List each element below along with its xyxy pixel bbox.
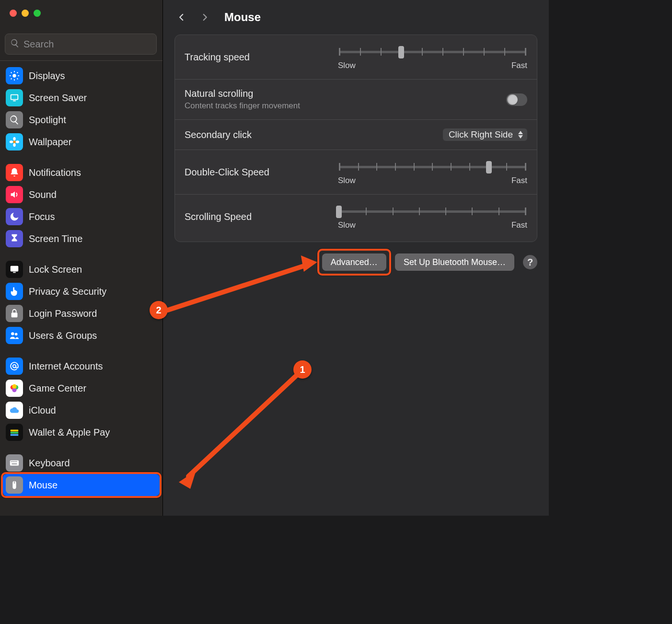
natural-scrolling-label: Natural scrolling	[185, 88, 497, 99]
sidebar-item-label: Game Center	[29, 383, 86, 394]
secondary-click-dropdown[interactable]: Click Right Side	[443, 128, 527, 141]
screensaver-icon	[6, 89, 23, 106]
svg-rect-11	[13, 101, 16, 102]
sidebar-item-users-groups[interactable]: Users & Groups	[3, 324, 160, 347]
svg-point-12	[13, 140, 16, 143]
row-double-click-speed: Double-Click Speed Slow Fast	[175, 150, 537, 195]
svg-rect-36	[12, 463, 17, 464]
svg-point-14	[13, 143, 16, 147]
updown-icon	[517, 129, 524, 140]
page-title: Mouse	[224, 11, 261, 24]
sidebar-item-screen-time[interactable]: Screen Time	[3, 228, 160, 250]
hand-icon	[6, 283, 23, 300]
svg-line-5	[11, 72, 12, 73]
flower-icon	[6, 133, 23, 150]
fast-label: Fast	[511, 61, 527, 70]
svg-marker-40	[518, 135, 523, 139]
sidebar-item-notifications[interactable]: Notifications	[3, 162, 160, 184]
sidebar: Search DisplaysScreen SaverSpotlightWall…	[0, 0, 163, 516]
setup-bluetooth-mouse-button[interactable]: Set Up Bluetooth Mouse…	[395, 254, 514, 271]
sidebar-item-label: Privacy & Security	[29, 286, 106, 297]
slow-label: Slow	[338, 220, 356, 230]
scrolling-speed-label: Scrolling Speed	[185, 211, 328, 222]
sidebar-item-label: Screen Saver	[29, 92, 87, 104]
sidebar-item-game-center[interactable]: Game Center	[3, 377, 160, 399]
minimize-window-button[interactable]	[22, 10, 29, 17]
advanced-button-label: Advanced…	[331, 257, 378, 267]
double-click-speed-slider[interactable]	[339, 162, 526, 172]
svg-rect-19	[12, 312, 18, 317]
sidebar-item-label: Wallpaper	[29, 137, 71, 148]
sidebar-item-wallpaper[interactable]: Wallpaper	[3, 131, 160, 153]
sun-icon	[6, 67, 23, 84]
search-placeholder: Search	[23, 39, 54, 50]
advanced-button[interactable]: Advanced…	[322, 254, 386, 271]
bell-icon	[6, 164, 23, 181]
slow-label: Slow	[338, 61, 356, 70]
sidebar-item-sound[interactable]: Sound	[3, 184, 160, 206]
search-icon	[10, 38, 20, 50]
cloud-icon	[6, 402, 23, 419]
main-content: Mouse Tracking speed Slow Fast	[163, 0, 549, 516]
svg-point-0	[12, 74, 16, 77]
svg-rect-27	[11, 430, 19, 432]
svg-point-13	[13, 137, 16, 140]
svg-rect-28	[11, 432, 19, 434]
scrolling-speed-slider[interactable]	[339, 206, 526, 217]
sidebar-item-internet-accounts[interactable]: Internet Accounts	[3, 355, 160, 377]
sidebar-item-lock-screen[interactable]: Lock Screen	[3, 258, 160, 280]
sidebar-item-displays[interactable]: Displays	[3, 65, 160, 87]
natural-scrolling-toggle[interactable]	[506, 93, 527, 106]
sidebar-item-label: Internet Accounts	[29, 361, 103, 372]
sidebar-item-label: Screen Time	[29, 233, 82, 244]
sidebar-item-label: Focus	[29, 211, 55, 222]
fast-label: Fast	[511, 220, 527, 230]
zoom-window-button[interactable]	[34, 10, 41, 17]
sidebar-item-mouse[interactable]: Mouse	[3, 474, 160, 496]
fast-label: Fast	[511, 176, 527, 185]
sidebar-item-privacy-security[interactable]: Privacy & Security	[3, 280, 160, 302]
window-controls	[0, 0, 162, 25]
wallet-icon	[6, 424, 23, 441]
search-input[interactable]: Search	[5, 34, 157, 55]
sidebar-item-screen-saver[interactable]: Screen Saver	[3, 87, 160, 109]
svg-rect-31	[11, 461, 12, 462]
svg-rect-18	[13, 272, 16, 273]
footer: Advanced… Set Up Bluetooth Mouse… ?	[163, 242, 549, 271]
slow-label: Slow	[338, 176, 356, 185]
sidebar-item-label: Spotlight	[29, 115, 66, 126]
help-button[interactable]: ?	[523, 255, 537, 269]
row-secondary-click: Secondary click Click Right Side	[175, 120, 537, 150]
sidebar-item-label: Displays	[29, 70, 65, 81]
natural-scrolling-sub: Content tracks finger movement	[185, 101, 497, 111]
svg-line-6	[17, 79, 18, 80]
sidebar-item-label: Keyboard	[29, 458, 70, 469]
sidebar-item-wallet-apple-pay[interactable]: Wallet & Apple Pay	[3, 421, 160, 443]
nav-back-button[interactable]	[174, 10, 189, 24]
sidebar-item-spotlight[interactable]: Spotlight	[3, 109, 160, 131]
sidebar-item-label: Lock Screen	[29, 264, 82, 275]
gamecenter-icon	[6, 380, 23, 397]
svg-rect-17	[11, 266, 19, 272]
secondary-click-value: Click Right Side	[449, 129, 513, 140]
sidebar-item-label: Login Password	[29, 308, 97, 319]
svg-rect-29	[11, 434, 19, 436]
sidebar-item-label: iCloud	[29, 405, 56, 416]
at-icon	[6, 358, 23, 375]
svg-rect-10	[12, 95, 18, 99]
sidebar-item-focus[interactable]: Focus	[3, 206, 160, 228]
help-icon: ?	[527, 257, 533, 268]
nav-forward-button[interactable]	[197, 10, 212, 24]
sidebar-item-icloud[interactable]: iCloud	[3, 399, 160, 421]
svg-marker-39	[518, 131, 523, 134]
secondary-click-label: Secondary click	[185, 129, 252, 140]
sidebar-item-keyboard[interactable]: Keyboard	[3, 452, 160, 474]
sidebar-item-login-password[interactable]: Login Password	[3, 302, 160, 324]
keyboard-icon	[6, 454, 23, 472]
search-icon	[6, 111, 23, 128]
svg-rect-33	[13, 461, 14, 462]
close-window-button[interactable]	[10, 10, 17, 17]
users-icon	[6, 327, 23, 344]
tracking-speed-slider[interactable]	[339, 46, 526, 57]
svg-point-21	[15, 333, 17, 336]
